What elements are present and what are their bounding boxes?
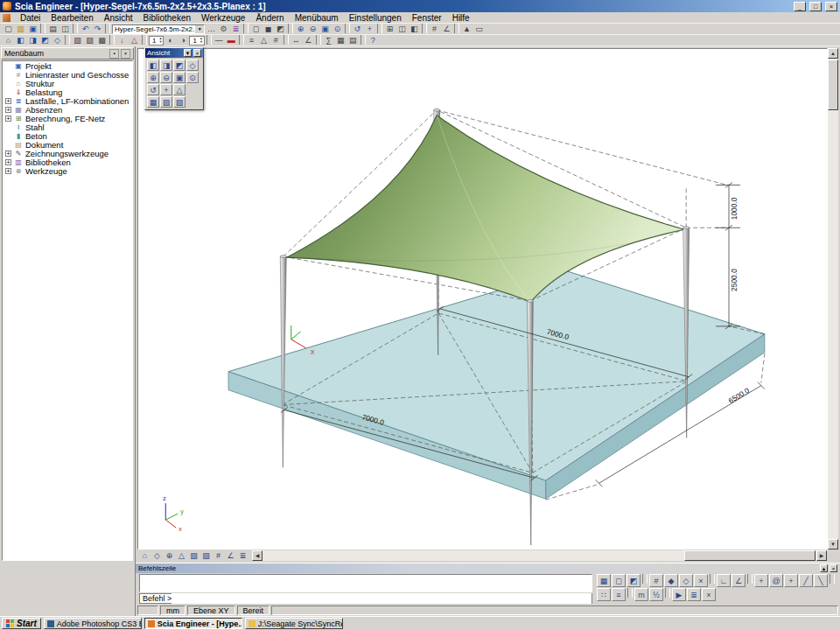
tile-windows-icon[interactable]: ◫ <box>396 24 408 34</box>
command-history[interactable] <box>139 574 592 592</box>
view-x-icon[interactable]: ◧ <box>147 60 159 71</box>
expand-icon[interactable]: + <box>5 150 11 157</box>
polyline-tool-icon[interactable]: ╲ <box>814 574 828 587</box>
view-front-icon[interactable]: ◨ <box>27 35 38 46</box>
tables-icon[interactable]: ▦ <box>335 35 346 46</box>
view-axonometric-icon[interactable]: ◇ <box>52 35 63 46</box>
grid-toggle-icon[interactable]: # <box>213 550 224 561</box>
dot-grid-icon[interactable]: ∷ <box>597 588 611 601</box>
expand-icon[interactable]: + <box>5 159 11 165</box>
menu-bearbeiten[interactable]: Bearbeiten <box>46 13 98 23</box>
vertical-scroll-track[interactable] <box>828 110 838 539</box>
viewpoint-icon[interactable]: ⌂ <box>139 550 150 561</box>
taskbar-task-1[interactable]: Adobe Photoshop CS3 E... <box>44 618 142 629</box>
browse-button[interactable]: … <box>206 24 217 34</box>
menu-ansicht[interactable]: Ansicht <box>99 13 138 23</box>
zoom-all-icon[interactable]: ⊙ <box>332 24 343 34</box>
clipping-box-icon[interactable]: ◑ <box>177 35 188 46</box>
status-units[interactable]: mm <box>160 606 186 615</box>
sidebar-item-berechnung[interactable]: +⊞Berechnung, FE-Netz <box>3 114 132 122</box>
ortho-mode-icon[interactable]: ∟ <box>717 574 731 587</box>
ucs-toggle-icon[interactable]: ∠ <box>225 550 236 561</box>
vertical-scrollbar[interactable]: ▲ ▼ <box>828 48 838 550</box>
chevron-down-icon[interactable]: ▼ <box>184 49 192 57</box>
sidebar-item-stahl[interactable]: IStahl <box>3 122 132 131</box>
numbering-icon[interactable]: # <box>270 35 282 46</box>
render-toggle-icon[interactable]: ▧ <box>188 550 200 561</box>
default-view-icon[interactable]: ⌂ <box>3 35 14 46</box>
scale-display-icon[interactable]: △ <box>258 35 270 46</box>
undo-icon[interactable]: ↶ <box>80 24 91 34</box>
invert-selection-icon[interactable]: ◩ <box>626 574 640 587</box>
coord-absolute-icon[interactable]: + <box>754 574 768 587</box>
chevron-down-icon[interactable]: ▼ <box>194 24 205 34</box>
line-tool-icon[interactable]: ╱ <box>799 574 813 587</box>
hidden-line-view-icon[interactable]: ◩ <box>275 24 286 34</box>
angle-tool-icon[interactable]: ∠ <box>303 35 314 46</box>
perspective-toggle-icon[interactable]: △ <box>176 550 187 561</box>
gallery-icon[interactable]: ▤ <box>347 35 359 46</box>
view-y-icon[interactable]: ◨ <box>160 60 172 71</box>
horizontal-scroll-track[interactable] <box>262 550 816 561</box>
sidebar-item-werkzeuge[interactable]: +⊗Werkzeuge <box>3 166 132 175</box>
vertical-scroll-thumb[interactable] <box>828 60 838 110</box>
menu-ndern[interactable]: Ändern <box>250 13 289 23</box>
command-prompt-row[interactable]: Befehl > <box>139 593 592 604</box>
command-input[interactable] <box>172 593 592 604</box>
zoom-all-icon[interactable]: ⊙ <box>186 72 199 83</box>
menu-einstellungen[interactable]: Einstellungen <box>344 13 407 23</box>
line-grid-icon[interactable]: ≡ <box>612 588 626 601</box>
layer-manager-icon[interactable]: ≣ <box>237 550 248 561</box>
selection-box-icon[interactable]: ▭ <box>473 24 485 34</box>
sidebar-item-zeichnung[interactable]: +✎Zeichnungswerkzeuge <box>3 149 132 158</box>
status-plane[interactable]: Ebene XY <box>187 606 235 615</box>
cursor-snap-icon[interactable]: + <box>784 574 798 587</box>
menu-werkzeuge[interactable]: Werkzeuge <box>196 13 250 23</box>
close-icon[interactable]: × <box>121 49 130 59</box>
perspective-icon[interactable]: △ <box>173 84 186 95</box>
run-macro-icon[interactable]: ▶ <box>672 588 686 601</box>
load-stepper[interactable]: 1 ▲▼ <box>189 36 204 46</box>
sidebar-item-bibliotheken[interactable]: +▥Bibliotheken <box>3 158 132 166</box>
new-project-icon[interactable]: ▢ <box>3 24 14 34</box>
taskbar-task-3[interactable]: J:\Seagate Sync\SyncRe... <box>245 618 343 629</box>
minimize-button[interactable]: _ <box>794 2 806 11</box>
copy-image-icon[interactable]: ◫ <box>60 24 71 34</box>
rotate-view-icon[interactable]: ↺ <box>352 24 363 34</box>
menu-fenster[interactable]: Fenster <box>407 13 447 23</box>
surface-display-icon[interactable]: ▨ <box>84 35 95 46</box>
zoom-out-icon[interactable]: ⊖ <box>160 72 172 83</box>
taskbar-task-2[interactable]: Scia Engineer - [Hype... <box>144 618 242 629</box>
new-window-icon[interactable]: ⊞ <box>384 24 396 34</box>
horizontal-scroll-thumb[interactable] <box>684 550 816 561</box>
sidebar-item-beton[interactable]: ▮Beton <box>3 131 132 140</box>
menu-hilfe[interactable]: Hilfe <box>447 13 475 23</box>
zoom-window-icon[interactable]: ▣ <box>319 24 331 34</box>
snap-endpoint-icon[interactable]: ◆ <box>664 574 678 587</box>
scroll-right-icon[interactable]: ▶ <box>816 550 827 561</box>
script-icon[interactable]: ≣ <box>687 588 701 601</box>
clear-command-icon[interactable]: × <box>702 588 716 601</box>
expand-icon[interactable]: + <box>5 116 11 122</box>
grid-snap-icon[interactable]: # <box>429 24 440 34</box>
pan-view-icon[interactable]: + <box>160 84 172 95</box>
coord-relative-icon[interactable]: @ <box>769 574 783 587</box>
zoom-mode-icon[interactable]: ⊕ <box>164 550 175 561</box>
print-icon[interactable]: ▤ <box>47 24 59 34</box>
render-mode-icon[interactable]: ▧ <box>160 96 172 108</box>
menu-datei[interactable]: Datei <box>15 13 46 23</box>
expand-icon[interactable]: + <box>5 98 11 104</box>
floating-view-toolbar[interactable]: Ansicht ▼ × ◧◨◩◇ ⊕⊖▣⊙ ↺+△ ▦▧▨ <box>144 47 204 110</box>
polar-tracking-icon[interactable]: ∠ <box>732 574 746 587</box>
sidebar-item-linienraster[interactable]: #Linienraster und Geschosse <box>3 70 132 79</box>
scale-stepper[interactable]: 1 ▲▼ <box>149 36 164 46</box>
redo-icon[interactable]: ↷ <box>92 24 103 34</box>
shaded-view-icon[interactable]: ◼ <box>262 24 274 34</box>
help-tool-icon[interactable]: ? <box>368 35 379 46</box>
rotate-view-icon[interactable]: ↺ <box>147 84 159 95</box>
render-settings-icon[interactable]: ▧ <box>72 35 83 46</box>
zoom-in-icon[interactable]: ⊕ <box>147 72 159 83</box>
restore-button[interactable]: □ <box>809 2 822 11</box>
start-button[interactable]: Start <box>2 618 41 629</box>
line-style-icon[interactable]: — <box>214 35 225 46</box>
